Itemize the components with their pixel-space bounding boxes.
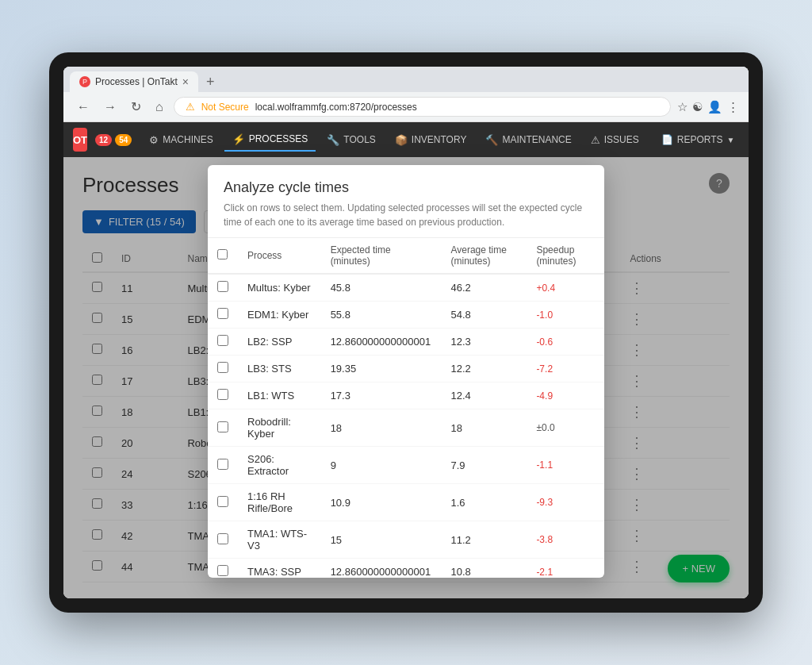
modal-table-row[interactable]: Multus: Kyber 45.8 46.2 +0.4 xyxy=(208,274,604,302)
modal-col-average: Average time (minutes) xyxy=(441,238,527,274)
modal-table-row[interactable]: EDM1: Kyber 55.8 54.8 -1.0 xyxy=(208,302,604,329)
modal-row-speedup: -1.1 xyxy=(527,447,604,484)
browser-tab[interactable]: P Processes | OnTakt × xyxy=(70,71,198,92)
modal-header: Analyze cycle times Click on rows to sel… xyxy=(208,165,604,238)
modal-row-expected: 17.3 xyxy=(321,382,442,409)
nav-label-machines: MACHINES xyxy=(163,134,213,145)
home-button[interactable]: ⌂ xyxy=(151,98,167,116)
modal-row-average: 18 xyxy=(441,409,527,447)
modal-col-process: Process xyxy=(238,238,321,274)
modal-select-all[interactable] xyxy=(217,249,228,259)
modal-row-checkbox[interactable] xyxy=(217,533,228,544)
modal-row-expected: 18 xyxy=(321,409,442,447)
reports-dropdown-icon: ▼ xyxy=(727,136,735,144)
notification-badge-1[interactable]: 12 xyxy=(95,134,112,146)
app-logo[interactable]: OT xyxy=(73,128,87,152)
nav-item-reports[interactable]: 📄 REPORTS ▼ xyxy=(653,129,743,150)
modal-row-expected: 45.8 xyxy=(321,274,442,302)
tab-close-button[interactable]: × xyxy=(182,75,189,88)
modal-row-average: 12.4 xyxy=(441,382,527,409)
nav-label-maintenance: MAINTENANCE xyxy=(502,134,571,145)
modal-row-speedup: -2.1 xyxy=(527,559,604,579)
tools-icon: 🔧 xyxy=(327,134,339,146)
modal-table-row[interactable]: TMA3: SSP 12.860000000000001 10.8 -2.1 xyxy=(208,559,604,579)
modal-table-row[interactable]: LB1: WTS 17.3 12.4 -4.9 xyxy=(208,382,604,409)
modal-row-expected: 55.8 xyxy=(321,302,442,329)
modal-title: Analyze cycle times xyxy=(224,179,588,196)
modal-row-checkbox[interactable] xyxy=(217,389,228,400)
notification-badge-2[interactable]: 54 xyxy=(115,134,132,146)
modal-row-process: LB1: WTS xyxy=(238,382,321,409)
modal-row-process: EDM1: Kyber xyxy=(238,302,321,329)
notification-badges: 12 54 xyxy=(95,134,132,146)
nav-user-menu[interactable]: C CHRIS ▼ xyxy=(745,125,749,154)
modal-row-expected: 10.9 xyxy=(321,484,442,521)
modal-row-checkbox[interactable] xyxy=(217,362,228,373)
modal-table-row[interactable]: 1:16 RH Rifle/Bore 10.9 1.6 -9.3 xyxy=(208,484,604,521)
modal-row-average: 11.2 xyxy=(441,521,527,559)
address-bar[interactable]: ⚠ Not Secure local.wolframmfg.com:8720/p… xyxy=(174,97,671,117)
modal-table-row[interactable]: S206: Extractor 9 7.9 -1.1 xyxy=(208,447,604,484)
analyze-modal: Analyze cycle times Click on rows to sel… xyxy=(208,165,604,578)
modal-row-speedup: -4.9 xyxy=(527,382,604,409)
nav-item-issues[interactable]: ⚠ ISSUES xyxy=(583,129,647,151)
modal-row-process: TMA1: WTS-V3 xyxy=(238,521,321,559)
modal-row-checkbox[interactable] xyxy=(217,565,228,576)
url-text: local.wolframmfg.com:8720/processes xyxy=(255,102,417,113)
modal-row-speedup: +0.4 xyxy=(527,274,604,302)
modal-overlay[interactable]: Analyze cycle times Click on rows to sel… xyxy=(63,157,749,598)
nav-item-machines[interactable]: ⚙ MACHINES xyxy=(141,129,220,151)
modal-row-checkbox[interactable] xyxy=(217,308,228,319)
maintenance-icon: 🔨 xyxy=(485,134,498,146)
modal-row-process: 1:16 RH Rifle/Bore xyxy=(238,484,321,521)
modal-table-row[interactable]: TMA1: WTS-V3 15 11.2 -3.8 xyxy=(208,521,604,559)
modal-row-checkbox[interactable] xyxy=(217,459,228,470)
modal-row-speedup: -3.8 xyxy=(527,521,604,559)
nav-item-maintenance[interactable]: 🔨 MAINTENANCE xyxy=(477,129,579,151)
tab-favicon: P xyxy=(79,76,90,87)
refresh-button[interactable]: ↻ xyxy=(127,98,145,116)
browser-tab-bar: P Processes | OnTakt × + xyxy=(63,67,749,92)
app-navigation: OT 12 54 ⚙ MACHINES ⚡ PROCESSES 🔧 TOOLS … xyxy=(63,122,749,157)
modal-row-checkbox[interactable] xyxy=(217,281,228,292)
nav-label-tools: TOOLS xyxy=(343,134,375,145)
tab-label: Processes | OnTakt xyxy=(95,76,178,87)
browser-address-bar: ← → ↻ ⌂ ⚠ Not Secure local.wolframmfg.co… xyxy=(63,92,749,121)
nav-label-issues: ISSUES xyxy=(604,134,639,145)
modal-row-expected: 19.35 xyxy=(321,356,442,382)
modal-row-average: 1.6 xyxy=(441,484,527,521)
issues-icon: ⚠ xyxy=(591,134,600,146)
extensions-button[interactable]: ☯ xyxy=(692,100,703,114)
browser-more-button[interactable]: ⋮ xyxy=(727,100,739,114)
modal-row-process: Multus: Kyber xyxy=(238,274,321,302)
main-content: Processes ▼ FILTER (15 / 54) ? ID Name C… xyxy=(63,157,749,598)
modal-table-row[interactable]: LB2: SSP 12.860000000000001 12.3 -0.6 xyxy=(208,329,604,356)
security-warning-icon: ⚠ xyxy=(186,101,195,113)
new-tab-button[interactable]: + xyxy=(201,74,220,90)
modal-row-checkbox[interactable] xyxy=(217,421,228,432)
modal-row-average: 54.8 xyxy=(441,302,527,329)
modal-table-wrap[interactable]: Process Expected time (minutes) Average … xyxy=(208,238,604,578)
inventory-icon: 📦 xyxy=(395,134,408,146)
modal-row-expected: 9 xyxy=(321,447,442,484)
modal-row-speedup: ±0.0 xyxy=(527,409,604,447)
forward-button[interactable]: → xyxy=(100,98,121,116)
modal-row-average: 46.2 xyxy=(441,274,527,302)
modal-row-average: 12.3 xyxy=(441,329,527,356)
modal-row-speedup: -7.2 xyxy=(527,356,604,382)
nav-item-inventory[interactable]: 📦 INVENTORY xyxy=(387,129,475,151)
security-label: Not Secure xyxy=(201,102,249,113)
modal-row-speedup: -1.0 xyxy=(527,302,604,329)
nav-item-tools[interactable]: 🔧 TOOLS xyxy=(319,129,383,151)
modal-table-row[interactable]: Robodrill: Kyber 18 18 ±0.0 xyxy=(208,409,604,447)
modal-row-checkbox[interactable] xyxy=(217,335,228,346)
nav-item-processes[interactable]: ⚡ PROCESSES xyxy=(224,129,316,152)
modal-row-speedup: -9.3 xyxy=(527,484,604,521)
profile-button[interactable]: 👤 xyxy=(707,100,722,114)
bookmark-button[interactable]: ☆ xyxy=(677,100,688,114)
tablet-screen: P Processes | OnTakt × + ← → ↻ ⌂ ⚠ Not S… xyxy=(63,67,749,598)
modal-row-process: Robodrill: Kyber xyxy=(238,409,321,447)
modal-table-row[interactable]: LB3: STS 19.35 12.2 -7.2 xyxy=(208,356,604,382)
modal-row-checkbox[interactable] xyxy=(217,496,228,507)
back-button[interactable]: ← xyxy=(73,98,94,116)
